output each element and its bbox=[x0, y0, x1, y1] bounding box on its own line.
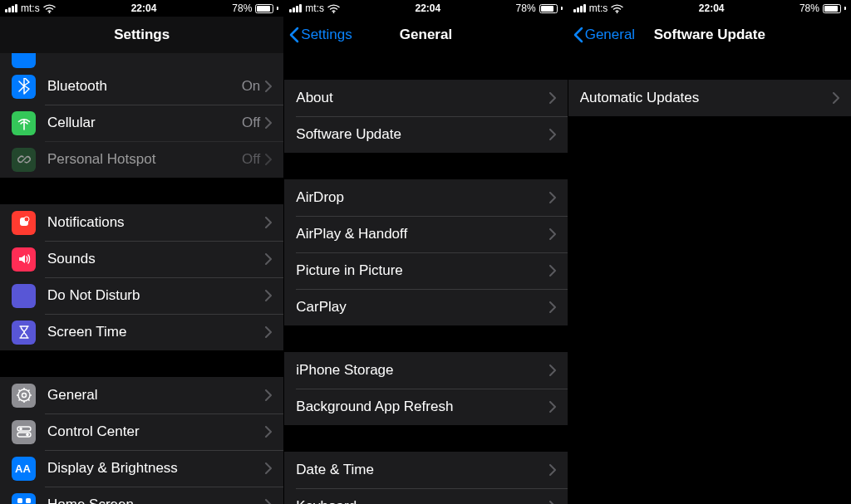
grid-icon bbox=[12, 493, 36, 505]
cell-label: Keyboard bbox=[296, 498, 548, 504]
chevron-right-icon bbox=[549, 365, 556, 376]
svg-text:AA: AA bbox=[15, 462, 31, 475]
settings-row[interactable]: Automatic Updates bbox=[568, 80, 851, 116]
settings-row[interactable]: Bluetooth On bbox=[0, 68, 283, 105]
moon-icon bbox=[12, 284, 36, 308]
bell-icon bbox=[12, 211, 36, 235]
settings-group: Date & Time Keyboard Fonts bbox=[284, 452, 567, 504]
battery-percent: 78% bbox=[799, 2, 819, 14]
phone-screen: mt:s 22:04 78% Settings General About So… bbox=[283, 0, 567, 504]
switches-icon bbox=[12, 420, 36, 444]
svg-point-2 bbox=[24, 217, 29, 222]
settings-row[interactable]: Home Screen bbox=[0, 487, 283, 504]
chevron-right-icon bbox=[833, 92, 839, 104]
partial-row bbox=[0, 53, 283, 68]
settings-row[interactable]: Picture in Picture bbox=[284, 252, 567, 289]
nav-back-label: Settings bbox=[301, 27, 352, 43]
settings-row[interactable]: AirDrop bbox=[284, 179, 567, 216]
wifi-icon bbox=[43, 4, 56, 13]
nav-title: Settings bbox=[114, 27, 170, 43]
cell-value: On bbox=[242, 78, 261, 95]
status-time: 22:04 bbox=[699, 2, 725, 14]
nav-title: General bbox=[400, 27, 452, 43]
cell-label: Sounds bbox=[47, 251, 265, 267]
svg-rect-11 bbox=[26, 498, 31, 503]
settings-row[interactable]: iPhone Storage bbox=[284, 352, 567, 389]
chevron-right-icon bbox=[549, 228, 556, 240]
settings-row[interactable]: Keyboard bbox=[284, 488, 567, 504]
status-time: 22:04 bbox=[131, 2, 157, 14]
chevron-right-icon bbox=[549, 92, 556, 104]
carrier-label: mt:s bbox=[305, 2, 324, 14]
chevron-right-icon bbox=[549, 129, 556, 140]
chevron-right-icon bbox=[265, 499, 272, 504]
status-bar: mt:s 22:04 78% bbox=[0, 0, 283, 17]
svg-point-16 bbox=[333, 12, 335, 13]
signal-bars-icon bbox=[5, 4, 17, 12]
settings-group: About Software Update bbox=[284, 80, 567, 153]
signal-bars-icon bbox=[289, 4, 302, 12]
status-time: 22:04 bbox=[415, 2, 440, 14]
settings-group: AirDrop AirPlay & Handoff Picture in Pic… bbox=[284, 179, 567, 325]
nav-back-label: General bbox=[585, 27, 635, 43]
chevron-right-icon bbox=[265, 426, 272, 438]
scroll-area[interactable]: Automatic Updates bbox=[568, 53, 851, 504]
settings-row[interactable]: CarPlay bbox=[284, 289, 567, 325]
battery-percent: 78% bbox=[516, 2, 536, 14]
settings-row[interactable]: Software Update bbox=[284, 116, 567, 153]
chevron-right-icon bbox=[265, 253, 272, 265]
cell-label: CarPlay bbox=[296, 299, 548, 316]
cell-label: Automatic Updates bbox=[580, 90, 833, 106]
settings-row[interactable]: General bbox=[0, 377, 283, 413]
gear-icon bbox=[12, 384, 36, 408]
cell-label: About bbox=[296, 90, 548, 106]
settings-row[interactable]: Cellular Off bbox=[0, 105, 283, 141]
settings-row[interactable]: Do Not Disturb bbox=[0, 277, 283, 314]
battery-icon bbox=[823, 4, 841, 13]
settings-row[interactable]: Screen Time bbox=[0, 314, 283, 350]
settings-group: Automatic Updates bbox=[568, 80, 851, 116]
settings-row[interactable]: AirPlay & Handoff bbox=[284, 216, 567, 252]
carrier-label: mt:s bbox=[589, 2, 608, 14]
settings-row[interactable]: Personal Hotspot Off bbox=[0, 141, 283, 178]
svg-point-8 bbox=[26, 433, 29, 437]
phone-screen: mt:s 22:04 78% General Software Update A… bbox=[568, 0, 851, 504]
svg-point-3 bbox=[18, 389, 30, 401]
settings-row[interactable]: Notifications bbox=[0, 204, 283, 241]
settings-row[interactable]: About bbox=[284, 80, 567, 116]
cell-label: AirPlay & Handoff bbox=[296, 226, 548, 242]
chevron-right-icon bbox=[549, 401, 556, 413]
cell-label: Do Not Disturb bbox=[47, 287, 265, 304]
hourglass-icon bbox=[12, 321, 36, 345]
settings-group: iPhone Storage Background App Refresh bbox=[284, 352, 567, 425]
nav-back-button[interactable]: Settings bbox=[289, 17, 352, 53]
svg-point-4 bbox=[22, 394, 26, 398]
scroll-area[interactable]: Bluetooth On Cellular Off Personal Hotsp… bbox=[0, 53, 283, 504]
chevron-right-icon bbox=[265, 290, 272, 301]
nav-back-button[interactable]: General bbox=[573, 17, 635, 53]
cell-label: Screen Time bbox=[47, 324, 265, 340]
chevron-right-icon bbox=[549, 464, 556, 476]
wifi-icon bbox=[611, 4, 623, 13]
cell-label: Bluetooth bbox=[47, 78, 242, 95]
settings-row[interactable]: Date & Time bbox=[284, 452, 567, 488]
settings-group: General Control Center AA Display & Brig… bbox=[0, 377, 283, 504]
cell-label: Software Update bbox=[296, 126, 548, 143]
svg-point-0 bbox=[48, 12, 50, 13]
settings-row[interactable]: Background App Refresh bbox=[284, 389, 567, 425]
scroll-area[interactable]: About Software Update AirDrop AirPlay & … bbox=[284, 53, 567, 504]
status-bar: mt:s 22:04 78% bbox=[568, 0, 851, 17]
battery-icon bbox=[255, 4, 273, 13]
settings-row[interactable]: Control Center bbox=[0, 413, 283, 450]
chevron-right-icon bbox=[265, 462, 272, 474]
wifi-icon bbox=[327, 4, 340, 13]
chevron-left-icon bbox=[289, 27, 299, 43]
cell-label: Notifications bbox=[47, 214, 265, 231]
cell-label: Cellular bbox=[47, 115, 242, 131]
svg-rect-10 bbox=[17, 498, 22, 503]
chevron-right-icon bbox=[265, 117, 272, 129]
nav-bar: General Software Update bbox=[568, 17, 851, 53]
settings-row[interactable]: Sounds bbox=[0, 241, 283, 277]
settings-row[interactable]: AA Display & Brightness bbox=[0, 450, 283, 487]
chevron-right-icon bbox=[549, 501, 556, 504]
